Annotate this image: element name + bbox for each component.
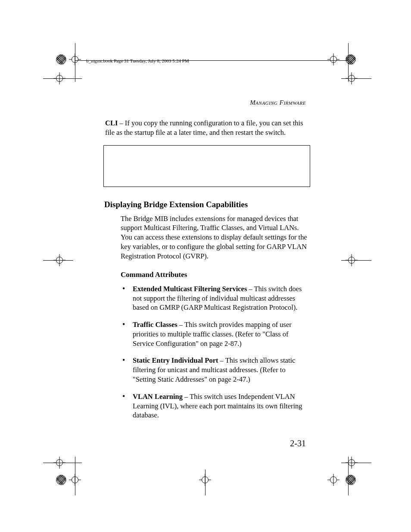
cli-text: – If you copy the running configuration … [105,119,303,137]
print-rule-v [348,457,349,495]
print-rule-v [75,457,75,495]
cli-label: CLI [105,119,118,127]
print-rule-h [43,78,82,79]
print-rule-h [43,260,73,261]
attribute-list: Extended Multicast Filtering Services – … [121,284,308,420]
page-content: CLI – If you copy the running configurat… [105,118,308,428]
print-crosshair-icon [327,474,339,486]
running-head: Managing Firmware [250,99,306,106]
print-reg-dot [56,54,66,65]
section-body: The Bridge MIB includes extensions for m… [121,214,308,420]
page-number: 2-31 [290,439,306,448]
print-rule-v [205,470,206,495]
list-item: Extended Multicast Filtering Services – … [121,284,308,312]
attr-term: Static Entry Individual Port [133,356,218,364]
print-reg-dot [346,475,356,485]
attr-term: Traffic Classes [133,320,177,329]
section-intro: The Bridge MIB includes extensions for m… [121,214,308,261]
list-item: Traffic Classes – This switch provides m… [121,320,308,348]
print-header-note: b_mgmt.book Page 31 Tuesday, July 8, 200… [86,58,189,63]
print-reg-dot [346,54,356,65]
print-rule-v [75,43,75,82]
list-item: Static Entry Individual Port – This swit… [121,356,308,384]
code-box-empty [103,145,310,187]
attr-term: VLAN Learning [133,392,183,401]
print-crosshair-icon [327,53,339,65]
print-rule-h [341,463,371,463]
attr-term: Extended Multicast Filtering Services [133,285,247,293]
print-rule-h [341,78,371,79]
print-reg-dot [56,475,66,485]
list-item: VLAN Learning – This switch uses Indepen… [121,392,308,420]
print-rule-h [341,260,371,261]
subhead-command-attributes: Command Attributes [121,270,308,280]
intro-paragraph: CLI – If you copy the running configurat… [105,118,308,137]
print-rule-h [43,463,82,463]
section-title: Displaying Bridge Extension Capabilities [104,199,308,210]
